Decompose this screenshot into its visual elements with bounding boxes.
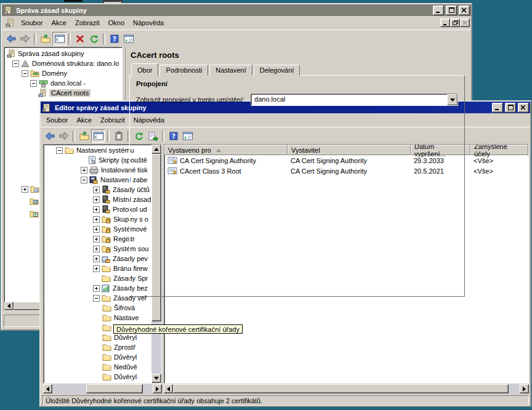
- background-window-fragment: [64, 0, 83, 2]
- tree-item-cacert-roots[interactable]: CAcert roots: [4, 88, 122, 98]
- forward-button[interactable]: [18, 32, 32, 46]
- expand-toggle[interactable]: [93, 285, 100, 292]
- show-console-tree-button[interactable]: [91, 129, 105, 143]
- column-header-zamyslene-ucely[interactable]: Zamýšlené účely: [470, 145, 528, 155]
- combo-dropdown-button[interactable]: [447, 94, 457, 105]
- gpedit-list-hscrollbar[interactable]: [164, 384, 529, 393]
- tree-item-domenova-struktura[interactable]: Doménová struktura: dano.lo: [4, 58, 122, 68]
- tree-item-sifrovani[interactable]: Šifrová: [44, 303, 151, 313]
- scroll-right-button[interactable]: [153, 384, 162, 393]
- tree-item-sprava-zasad-skupiny[interactable]: Správa zásad skupiny: [4, 49, 122, 58]
- expand-toggle[interactable]: [93, 226, 100, 233]
- menu-zobrazit[interactable]: Zobrazit: [96, 115, 129, 126]
- gpedit-tree-hscrollbar[interactable]: [43, 384, 162, 393]
- folder-icon: [102, 353, 111, 361]
- child-close-button[interactable]: [460, 18, 470, 27]
- tree-item-duveryhodni-koncovi[interactable]: Důvěryl: [44, 372, 151, 382]
- scroll-left-button[interactable]: [43, 384, 52, 393]
- folder-icon: [102, 265, 111, 272]
- collapse-toggle[interactable]: [22, 70, 28, 77]
- gpmc-results-pane: CAcert roots Obor Podrobnosti Nastavení …: [125, 47, 469, 311]
- maximize-button[interactable]: [505, 103, 516, 113]
- scroll-right-button[interactable]: [520, 384, 529, 393]
- tab-nastaveni[interactable]: Nastavení: [209, 65, 252, 76]
- properties-button[interactable]: [111, 129, 126, 143]
- tree-item-neduveryhodne[interactable]: Nedůvě: [44, 362, 151, 372]
- collapse-toggle[interactable]: [56, 147, 63, 154]
- menu-akce[interactable]: Akce: [72, 115, 95, 126]
- close-button[interactable]: [518, 103, 529, 113]
- collapse-toggle[interactable]: [30, 80, 37, 87]
- minimize-button[interactable]: [492, 103, 503, 113]
- toolbar-separator: [103, 33, 105, 44]
- location-combobox[interactable]: dano.local: [251, 94, 458, 106]
- location-value: dano.local: [251, 94, 447, 105]
- collapse-toggle[interactable]: [93, 295, 100, 302]
- child-minimize-button[interactable]: [440, 18, 450, 27]
- toolbar-separator: [107, 131, 110, 142]
- menu-soubor[interactable]: Soubor: [42, 115, 72, 126]
- folder-icon: [102, 363, 111, 371]
- scroll-thumb[interactable]: [86, 384, 143, 393]
- expand-toggle[interactable]: [93, 187, 100, 193]
- maximize-button[interactable]: [446, 6, 457, 15]
- toolbar-separator: [73, 131, 75, 142]
- expand-toggle[interactable]: [93, 216, 100, 223]
- expand-toggle[interactable]: [93, 236, 100, 243]
- gpmc-window-title: Správa zásad skupiny: [16, 7, 431, 14]
- child-restore-button[interactable]: [450, 18, 460, 27]
- collapse-toggle[interactable]: [12, 60, 19, 67]
- tree-item-label: Doménová struktura: dano.lo: [32, 60, 119, 67]
- scroll-left-button[interactable]: [164, 384, 173, 393]
- folder-icon: [65, 147, 74, 154]
- tree-item-label: Správa zásad skupiny: [18, 50, 84, 57]
- tree-item-duveryhodni-vydavatele[interactable]: Důvěryl: [44, 332, 151, 342]
- refresh-button[interactable]: [87, 32, 101, 46]
- collapse-toggle[interactable]: [81, 177, 87, 183]
- new-window-button[interactable]: [121, 32, 135, 46]
- delete-button[interactable]: [73, 32, 87, 46]
- scroll-left-button[interactable]: [4, 302, 14, 310]
- expand-toggle[interactable]: [93, 246, 100, 252]
- menu-zobrazit[interactable]: Zobrazit: [71, 17, 104, 28]
- folder-icon: [102, 275, 111, 282]
- status-text: Úložiště Důvěryhodné kořenové certifikač…: [46, 397, 262, 404]
- folder-icon: [102, 344, 111, 351]
- menu-akce[interactable]: Akce: [47, 17, 70, 28]
- wireless-chart-icon: [102, 284, 110, 292]
- tree-item-duveryhodne-osoby[interactable]: Důvěryl: [44, 352, 151, 362]
- tree-item-zprostredkujici[interactable]: Zprostř: [44, 342, 151, 352]
- gpmc-menubar: Soubor Akce Zobrazit Okno Nápověda: [2, 16, 471, 30]
- close-button[interactable]: [459, 6, 470, 15]
- back-button[interactable]: [42, 129, 57, 143]
- tree-item-domeny[interactable]: Domény: [4, 68, 122, 78]
- tree-item-dano-local[interactable]: dano.local -: [4, 78, 122, 88]
- expand-toggle[interactable]: [22, 186, 28, 193]
- toolbar-separator: [34, 33, 36, 44]
- show-console-tree-button[interactable]: [52, 32, 66, 46]
- up-one-level-button[interactable]: [77, 129, 91, 143]
- policy-server-icon: [102, 185, 110, 194]
- up-one-level-button[interactable]: [38, 32, 52, 46]
- folder-icon: [102, 324, 111, 331]
- back-button[interactable]: [4, 32, 18, 46]
- tab-delegovani[interactable]: Delegování: [254, 65, 300, 76]
- forward-button[interactable]: [57, 129, 71, 143]
- menu-okno[interactable]: Okno: [104, 17, 129, 28]
- menu-napoveda[interactable]: Nápověda: [129, 17, 168, 28]
- menu-soubor[interactable]: Soubor: [17, 17, 47, 28]
- gpmc-titlebar[interactable]: Správa zásad skupiny: [2, 4, 471, 16]
- tab-obor[interactable]: Obor: [131, 63, 158, 76]
- minimize-button[interactable]: [433, 6, 444, 15]
- scroll-thumb[interactable]: [173, 384, 509, 393]
- help-button[interactable]: ?: [107, 32, 121, 46]
- expand-toggle[interactable]: [93, 196, 100, 203]
- tab-podrobnosti[interactable]: Podrobnosti: [159, 65, 208, 76]
- tree-item-nastaveni[interactable]: Nastave: [44, 313, 151, 323]
- expand-toggle[interactable]: [93, 265, 100, 272]
- gpmc-app-icon: [3, 6, 12, 15]
- expand-toggle[interactable]: [81, 167, 87, 174]
- expand-toggle[interactable]: [93, 255, 100, 262]
- scroll-down-button[interactable]: [151, 374, 161, 383]
- expand-toggle[interactable]: [93, 206, 100, 213]
